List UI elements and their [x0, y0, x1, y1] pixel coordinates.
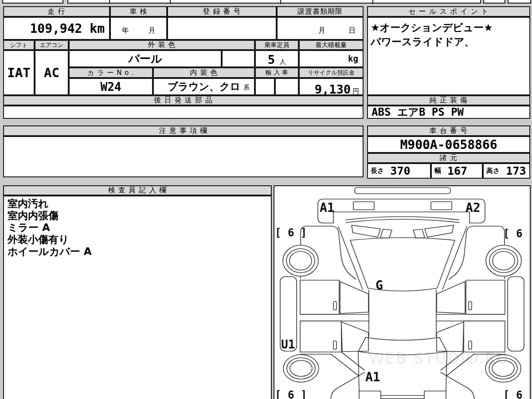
- sales-point-line1: ★オークションデビュー★: [371, 20, 493, 35]
- specs-header: 諸 元: [367, 153, 530, 163]
- watermark: WEB STUDIO.RU: [369, 349, 509, 367]
- max-load-cell: kg: [299, 50, 364, 67]
- top-edge-divider: [280, 0, 281, 4]
- car-diagram: A1 A2 [ 6 ] [ 6 ] G U1 A1 [ 6 ] [ 6 ]: [274, 186, 530, 399]
- later-parts-cell: [3, 106, 364, 119]
- later-parts-header-label: 後 日 発 送 部 品: [154, 96, 212, 105]
- notes-header-label: 注 意 事 項 欄: [159, 126, 207, 136]
- wheel-front-left: [283, 245, 318, 276]
- tire-grade-rear-right: [ 6 ]: [503, 389, 530, 399]
- chassis-number-header: 車 台 番 号: [367, 125, 530, 136]
- damage-label-windshield: G: [376, 278, 383, 293]
- shift-cell: IAT: [3, 50, 35, 95]
- cowl-lines: [346, 217, 459, 223]
- recycle-deposit-value: 9,130: [315, 82, 351, 96]
- roof-strip: [355, 188, 450, 194]
- spec-width-cell: 幅 167: [431, 163, 483, 179]
- inspector-notes-body: 室内汚れ 室内内張傷 ミラー A 外装小傷有り ホイールカバー A: [3, 196, 272, 399]
- top-edge-divider: [372, 0, 373, 4]
- spec-height-value: 173: [506, 164, 526, 177]
- sill-right: [508, 277, 524, 351]
- tire-grade-rear-left: [ 6 ]: [275, 389, 307, 399]
- specs-header-label: 諸 元: [440, 153, 458, 163]
- transfer-deadline-cell: 月 日: [277, 17, 364, 40]
- aircon-cell: AC: [35, 50, 69, 95]
- registration-cell: [167, 17, 277, 40]
- headlight-right: [431, 202, 452, 210]
- a-pillars: [338, 227, 467, 289]
- exterior-color-value: パール: [128, 51, 162, 66]
- vent-right: [413, 225, 454, 238]
- exterior-color-empty-cell: [222, 50, 255, 67]
- interior-color-suffix: 系: [243, 84, 250, 92]
- import-car-header: 輸 入 車: [255, 67, 299, 78]
- inspection-header-label: 車 検: [129, 7, 147, 16]
- aircon-header: エアコン: [35, 40, 69, 50]
- mileage-value: 109,942 km: [30, 21, 105, 36]
- import-car-cell-2: [275, 78, 299, 95]
- spec-length-label: 長さ: [368, 167, 384, 175]
- mileage-cell: 109,942 km: [3, 17, 110, 40]
- taillight-right: [424, 391, 446, 399]
- shift-header-label: シフト: [10, 41, 28, 49]
- recycle-deposit-header-label: リサイクル預託金: [308, 69, 355, 77]
- recycle-deposit-unit: 円: [352, 87, 359, 96]
- registration-header-label: 登 録 番 号: [203, 7, 241, 16]
- damage-label-front-left: A1: [320, 200, 335, 215]
- inspection-header: 車 検: [110, 6, 167, 17]
- windshield-shape: [350, 238, 455, 291]
- damage-label-front-right: A2: [466, 200, 481, 215]
- exterior-color-cell: パール: [69, 50, 222, 67]
- max-load-header: 最大積載量: [299, 40, 364, 50]
- transfer-day-suffix: 日: [348, 26, 356, 35]
- notes-header: 注 意 事 項 欄: [3, 125, 364, 136]
- handle-rear-left: [333, 341, 336, 349]
- spec-width-value: 167: [447, 164, 467, 177]
- car-diagram-panel: A1 A2 [ 6 ] [ 6 ] G U1 A1 [ 6 ] [ 6 ] WE…: [274, 185, 531, 399]
- capacity-cell: 5 人: [255, 50, 299, 67]
- equipment-header-label: 純 正 装 備: [430, 96, 468, 105]
- spec-length-value: 370: [390, 164, 410, 177]
- notes-body: [3, 136, 364, 177]
- inspector-note-line: ミラー A: [4, 222, 54, 234]
- shift-header: シフト: [3, 40, 35, 50]
- top-edge-cell: [67, 0, 481, 4]
- interior-color-header-label: 内 装 色: [190, 68, 218, 78]
- interior-color-cell: ブラウン、クロ 系: [153, 78, 255, 95]
- spec-height-label: 高さ: [484, 167, 500, 175]
- transfer-month-suffix: 月: [318, 26, 325, 35]
- spec-length-cell: 長さ 370: [367, 163, 431, 179]
- handle-front-right: [469, 301, 472, 310]
- headlight-left: [353, 202, 374, 210]
- inspector-notes-header-label: 検 査 員 記 入 欄: [108, 186, 167, 195]
- later-parts-header: 後 日 発 送 部 品: [3, 95, 364, 106]
- inspector-note-line: 外装小傷有り: [4, 234, 73, 246]
- color-no-cell: W24: [69, 78, 153, 95]
- wheel-front-right: [486, 245, 521, 276]
- equipment-cell: ABS エアB PS PW: [367, 106, 530, 119]
- inspector-note-line: 室内内張傷: [4, 210, 62, 222]
- tire-grade-front-left: [ 6 ]: [275, 227, 307, 239]
- mileage-header: 走 行: [3, 6, 110, 17]
- color-no-value: W24: [101, 80, 121, 94]
- top-edge-cell: [483, 0, 505, 4]
- registration-header: 登 録 番 号: [167, 6, 277, 17]
- inspection-cell: 年 月: [110, 17, 167, 40]
- interior-color-header: 内 装 色: [153, 67, 255, 78]
- door-rear-right: [464, 321, 505, 352]
- inspection-month-suffix: 月: [149, 26, 156, 35]
- roof-sides: [369, 290, 436, 336]
- door-rear-left: [300, 321, 341, 352]
- transfer-deadline-header: 譲渡書類期限: [277, 6, 364, 17]
- wheel-rear-left: [283, 355, 319, 382]
- inspector-note-line: 室内汚れ: [4, 198, 52, 210]
- top-edge-divider: [109, 0, 110, 4]
- car-outline: [280, 188, 524, 399]
- door-split-lines: [300, 314, 505, 321]
- exterior-color-header-label: 外 装 色: [148, 40, 176, 50]
- interior-color-value: ブラウン、クロ: [168, 80, 240, 94]
- tire-grade-front-right: [ 6 ]: [503, 227, 530, 240]
- spec-width-label: 幅: [432, 167, 441, 175]
- spec-height-cell: 高さ 173: [483, 163, 530, 179]
- vent-left: [352, 225, 392, 238]
